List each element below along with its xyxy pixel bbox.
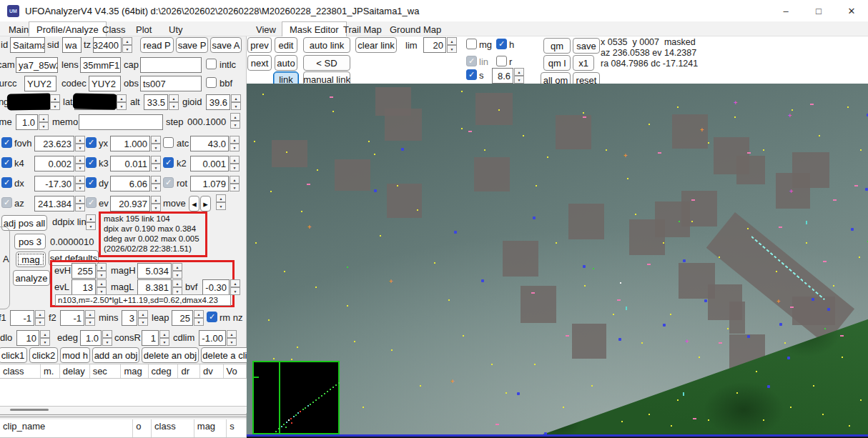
column-header-delay[interactable]: delay xyxy=(60,364,90,378)
mask-square[interactable] xyxy=(474,157,510,191)
lng-spinner[interactable]: ▲▼ xyxy=(50,94,60,110)
delete-an-obj-button[interactable]: delete an obj xyxy=(142,347,199,363)
column-header-class[interactable]: class xyxy=(152,419,194,437)
ev-checkbox[interactable] xyxy=(86,197,97,208)
alt-spinner[interactable]: ▲▼ xyxy=(169,94,179,110)
auto-button[interactable]: auto xyxy=(275,55,297,71)
spinner-down-icon[interactable]: ▼ xyxy=(97,271,107,279)
cdlim-input[interactable]: -1.00 xyxy=(199,330,226,346)
tab-view[interactable]: View xyxy=(249,22,283,36)
leap-input[interactable]: 25 xyxy=(172,310,193,326)
spinner-up-icon[interactable]: ▲ xyxy=(151,136,161,144)
spinner-down-icon[interactable]: ▼ xyxy=(122,45,132,53)
spinner-up-icon[interactable]: ▲ xyxy=(117,94,127,102)
lt-sd-button[interactable]: < SD xyxy=(303,55,350,71)
column-header-s[interactable]: s xyxy=(227,419,247,437)
spinner-down-icon[interactable]: ▼ xyxy=(75,164,85,171)
lin-checkbox[interactable] xyxy=(466,56,477,66)
mask-square[interactable] xyxy=(629,219,665,255)
spinner-up-icon[interactable]: ▲ xyxy=(230,156,240,164)
add-an-obj-button[interactable]: add an obj xyxy=(92,347,139,363)
spinner-down-icon[interactable]: ▼ xyxy=(230,184,240,191)
az-checkbox[interactable] xyxy=(1,197,12,208)
dx-spinner[interactable]: ▲▼ xyxy=(75,176,85,191)
analyze-button[interactable]: analyze xyxy=(13,270,50,286)
spinner-up-icon[interactable]: ▲ xyxy=(50,94,60,102)
spinner-down-icon[interactable]: ▼ xyxy=(75,184,85,191)
column-header-dv[interactable]: dv xyxy=(200,364,223,378)
spinner-down-icon[interactable]: ▼ xyxy=(230,144,240,151)
click2-button[interactable]: click2 xyxy=(29,347,58,363)
s-input[interactable]: 8.6 xyxy=(492,68,513,84)
spinner-up-icon[interactable]: ▲ xyxy=(75,156,85,164)
spinner-up-icon[interactable]: ▲ xyxy=(97,263,107,271)
yx-spinner[interactable]: ▲▼ xyxy=(151,136,161,151)
atc-input[interactable]: 43.0 xyxy=(190,136,229,151)
spinner-up-icon[interactable]: ▲ xyxy=(230,136,240,144)
column-header-cdeg[interactable]: cdeg xyxy=(149,364,179,378)
ev-input[interactable]: 20.937 xyxy=(110,196,150,211)
dlo-spinner[interactable]: ▲▼ xyxy=(40,330,50,346)
mask-square[interactable] xyxy=(572,324,606,359)
tz-input[interactable]: 32400 xyxy=(93,37,122,53)
gioid-spinner[interactable]: ▲▼ xyxy=(231,94,241,110)
cam-input[interactable]: ya7_85w2 xyxy=(16,57,58,73)
mask-square[interactable] xyxy=(729,302,745,334)
fovh-input[interactable]: 23.623 xyxy=(34,136,74,151)
spinner-down-icon[interactable]: ▼ xyxy=(159,338,169,346)
bvf-spinner[interactable]: ▲▼ xyxy=(230,279,240,295)
k2-spinner[interactable]: ▲▼ xyxy=(230,156,240,171)
spinner-down-icon[interactable]: ▼ xyxy=(216,202,226,210)
trail-thumbnail-plot[interactable] xyxy=(252,361,340,434)
spinner-up-icon[interactable]: ▲ xyxy=(194,310,204,318)
move-spinner[interactable]: ▲▼ xyxy=(216,194,226,210)
magl-input[interactable]: 8.381 xyxy=(137,279,172,295)
dlo-input[interactable]: 10 xyxy=(16,330,39,346)
mask-square[interactable] xyxy=(385,109,422,141)
spinner-down-icon[interactable]: ▼ xyxy=(172,271,182,279)
move-left-button[interactable]: ◂ xyxy=(189,196,199,211)
spinner-up-icon[interactable]: ▲ xyxy=(97,279,107,287)
clear-link-button[interactable]: clear link xyxy=(355,37,397,53)
spinner-down-icon[interactable]: ▼ xyxy=(230,121,240,129)
codec-input[interactable]: YUY2 xyxy=(89,76,121,91)
tme-spinner[interactable]: ▲▼ xyxy=(39,114,49,130)
tab-trail-map[interactable]: Trail Map xyxy=(336,22,389,36)
az-input[interactable]: 241.384 xyxy=(34,196,74,211)
mask-square[interactable] xyxy=(568,204,604,239)
column-header-mag[interactable]: mag xyxy=(121,364,148,378)
bbf-checkbox[interactable] xyxy=(206,77,217,88)
spinner-down-icon[interactable]: ▼ xyxy=(194,318,204,326)
column-header-sec[interactable]: sec xyxy=(90,364,122,378)
column-header-m-[interactable]: m. xyxy=(41,364,60,378)
spinner-up-icon[interactable]: ▲ xyxy=(39,114,49,122)
tab-class[interactable]: Class xyxy=(95,22,133,36)
spinner-down-icon[interactable]: ▼ xyxy=(227,338,237,346)
dx-input[interactable]: -17.30 xyxy=(34,176,74,191)
spinner-down-icon[interactable]: ▼ xyxy=(40,338,50,346)
spinner-up-icon[interactable]: ▲ xyxy=(230,279,240,287)
edeg-spinner[interactable]: ▲▼ xyxy=(102,330,112,346)
spinner-down-icon[interactable]: ▼ xyxy=(102,338,112,346)
edit-button[interactable]: edit xyxy=(275,37,297,53)
spinner-up-icon[interactable]: ▲ xyxy=(35,310,45,318)
spinner-up-icon[interactable]: ▲ xyxy=(172,263,182,271)
atc-checkbox[interactable] xyxy=(163,137,174,148)
rot-input[interactable]: 1.079 xyxy=(190,176,229,191)
magh-input[interactable]: 5.034 xyxy=(137,263,172,279)
spinner-up-icon[interactable]: ▲ xyxy=(138,310,148,318)
save-p-button[interactable]: save P xyxy=(176,37,208,53)
spinner-up-icon[interactable]: ▲ xyxy=(75,176,85,184)
dx-checkbox[interactable] xyxy=(1,177,12,188)
s-spinner[interactable]: ▲▼ xyxy=(514,68,524,84)
alt-input[interactable]: 33.5 xyxy=(144,94,168,110)
maximize-button[interactable]: □ xyxy=(802,0,835,21)
spinner-down-icon[interactable]: ▼ xyxy=(35,318,45,326)
mins-spinner[interactable]: ▲▼ xyxy=(138,310,148,326)
mg-checkbox[interactable] xyxy=(466,39,477,49)
next-button[interactable]: next xyxy=(247,55,272,71)
delete-a-clip-button[interactable]: delete a clip xyxy=(201,347,254,363)
f2-input[interactable]: -1 xyxy=(60,310,84,326)
step-spinner[interactable]: ▲▼ xyxy=(230,113,240,129)
spinner-up-icon[interactable]: ▲ xyxy=(447,37,457,45)
